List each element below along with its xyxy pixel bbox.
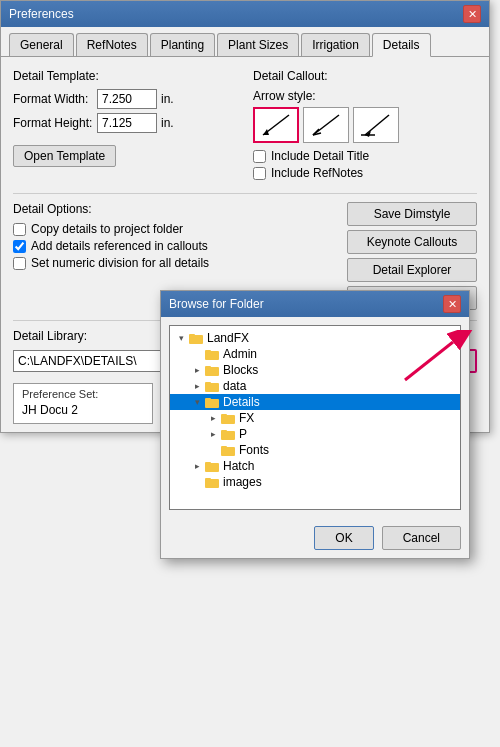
open-template-button[interactable]: Open Template [13, 145, 116, 167]
arrow-options [253, 107, 477, 143]
tree-item-data[interactable]: ▸ data [170, 378, 460, 394]
expand-landfx: ▾ [174, 333, 188, 343]
save-dimstyle-button[interactable]: Save Dimstyle [347, 202, 477, 226]
preference-set-label: Preference Set: [22, 388, 144, 400]
browse-dialog-buttons: OK Cancel [161, 518, 469, 558]
tree-item-blocks[interactable]: ▸ Blocks [170, 362, 460, 378]
svg-rect-27 [205, 462, 211, 465]
tree-item-landfx[interactable]: ▾ LandFX [170, 330, 460, 346]
browse-folder-dialog: Browse for Folder ✕ ▾ LandFX ▸ [160, 290, 470, 559]
set-numeric-label: Set numeric division for all details [31, 256, 209, 270]
tree-label-fx: FX [239, 411, 254, 425]
format-width-label: Format Width: [13, 92, 93, 106]
tree-item-fx[interactable]: ▸ FX [170, 410, 460, 426]
add-details-label: Add details referenced in callouts [31, 239, 208, 253]
include-detail-title-checkbox[interactable] [253, 150, 266, 163]
folder-icon-fx [220, 411, 236, 425]
copy-details-row: Copy details to project folder [13, 222, 331, 236]
tree-label-p: P [239, 427, 247, 441]
include-refnotes-label: Include RefNotes [271, 166, 363, 180]
include-refnotes-checkbox[interactable] [253, 167, 266, 180]
copy-details-checkbox[interactable] [13, 223, 26, 236]
expand-data: ▸ [190, 381, 204, 391]
window-title: Preferences [9, 7, 74, 21]
folder-icon-landfx [188, 331, 204, 345]
format-width-input[interactable] [97, 89, 157, 109]
add-details-checkbox[interactable] [13, 240, 26, 253]
preference-set-value: JH Docu 2 [22, 403, 144, 417]
tree-item-images[interactable]: ▸ images [170, 474, 460, 490]
svg-rect-29 [205, 478, 211, 481]
arrow-option-2[interactable] [303, 107, 349, 143]
detail-callout-section: Detail Callout: Arrow style: [253, 69, 477, 183]
svg-rect-19 [205, 398, 211, 401]
tab-planting[interactable]: Planting [150, 33, 215, 56]
expand-images: ▸ [190, 477, 204, 487]
expand-hatch: ▸ [190, 461, 204, 471]
detail-explorer-button[interactable]: Detail Explorer [347, 258, 477, 282]
arrow-option-3[interactable] [353, 107, 399, 143]
tree-item-hatch[interactable]: ▸ Hatch [170, 458, 460, 474]
include-detail-title-label: Include Detail Title [271, 149, 369, 163]
tab-details[interactable]: Details [372, 33, 431, 57]
tree-label-data: data [223, 379, 246, 393]
browse-close-button[interactable]: ✕ [443, 295, 461, 313]
tree-item-fonts[interactable]: ▸ Fonts [170, 442, 460, 458]
svg-rect-25 [221, 446, 227, 449]
tree-item-admin[interactable]: ▸ Admin [170, 346, 460, 362]
svg-rect-13 [205, 350, 211, 353]
title-bar: Preferences ✕ [1, 1, 489, 27]
include-detail-title-row: Include Detail Title [253, 149, 477, 163]
tab-plant-sizes[interactable]: Plant Sizes [217, 33, 299, 56]
tree-item-p[interactable]: ▸ P [170, 426, 460, 442]
tab-general[interactable]: General [9, 33, 74, 56]
tree-label-hatch: Hatch [223, 459, 254, 473]
close-button[interactable]: ✕ [463, 5, 481, 23]
svg-line-5 [365, 115, 389, 135]
browse-dialog-title: Browse for Folder [169, 297, 264, 311]
format-height-row: Format Height: in. [13, 113, 237, 133]
format-width-unit: in. [161, 92, 174, 106]
expand-blocks: ▸ [190, 365, 204, 375]
include-refnotes-row: Include RefNotes [253, 166, 477, 180]
format-height-input[interactable] [97, 113, 157, 133]
tree-label-blocks: Blocks [223, 363, 258, 377]
arrow-style-label: Arrow style: [253, 89, 477, 103]
tree-item-details[interactable]: ▾ Details [170, 394, 460, 410]
svg-rect-23 [221, 430, 227, 433]
format-width-row: Format Width: in. [13, 89, 237, 109]
tab-irrigation[interactable]: Irrigation [301, 33, 370, 56]
tree-label-images: images [223, 475, 262, 489]
arrow-option-1[interactable] [253, 107, 299, 143]
browse-content: ▾ LandFX ▸ Admin [161, 317, 469, 518]
expand-fonts: ▸ [206, 445, 220, 455]
detail-template-section: Detail Template: Format Width: in. Forma… [13, 69, 237, 183]
folder-icon-blocks [204, 363, 220, 377]
tabs-bar: General RefNotes Planting Plant Sizes Ir… [1, 27, 489, 57]
detail-template-label: Detail Template: [13, 69, 237, 83]
expand-p: ▸ [206, 429, 220, 439]
folder-icon-data [204, 379, 220, 393]
expand-admin: ▸ [190, 349, 204, 359]
copy-details-label: Copy details to project folder [31, 222, 183, 236]
folder-icon-p [220, 427, 236, 441]
format-height-unit: in. [161, 116, 174, 130]
set-numeric-checkbox[interactable] [13, 257, 26, 270]
tree-label-fonts: Fonts [239, 443, 269, 457]
folder-tree[interactable]: ▾ LandFX ▸ Admin [169, 325, 461, 510]
folder-icon-admin [204, 347, 220, 361]
detail-callout-label: Detail Callout: [253, 69, 477, 83]
browse-title-bar: Browse for Folder ✕ [161, 291, 469, 317]
keynote-callouts-button[interactable]: Keynote Callouts [347, 230, 477, 254]
svg-rect-17 [205, 382, 211, 385]
tab-refnotes[interactable]: RefNotes [76, 33, 148, 56]
preference-set-box: Preference Set: JH Docu 2 [13, 383, 153, 424]
svg-rect-21 [221, 414, 227, 417]
expand-fx: ▸ [206, 413, 220, 423]
browse-cancel-button[interactable]: Cancel [382, 526, 461, 550]
svg-rect-15 [205, 366, 211, 369]
tree-label-details: Details [223, 395, 260, 409]
browse-ok-button[interactable]: OK [314, 526, 373, 550]
expand-details: ▾ [190, 397, 204, 407]
folder-icon-images [204, 475, 220, 489]
